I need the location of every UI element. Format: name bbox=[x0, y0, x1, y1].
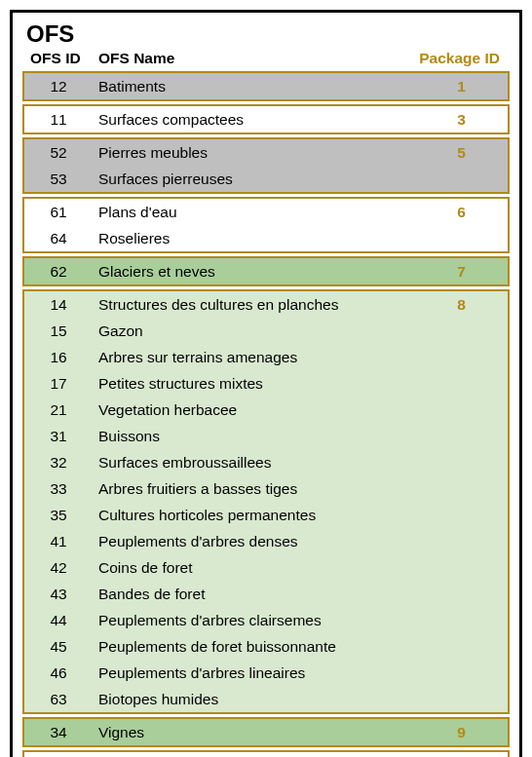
table-row: 62Glaciers et neves7 bbox=[24, 258, 508, 284]
cell-ofs-name: Surfaces pierreuses bbox=[93, 170, 415, 188]
cell-ofs-id: 16 bbox=[24, 349, 93, 366]
table-row: 45Peuplements de foret buissonnante bbox=[24, 633, 508, 660]
cell-ofs-name: Bandes de foret bbox=[93, 586, 415, 603]
cell-ofs-name: Arbres fruitiers a basses tiges bbox=[93, 480, 415, 498]
table-row: 33Arbres fruitiers a basses tiges bbox=[24, 475, 508, 502]
group: 13Serres11 bbox=[22, 750, 510, 757]
table-row: 52Pierres meubles5 bbox=[24, 139, 508, 166]
cell-ofs-name: Glaciers et neves bbox=[93, 263, 415, 281]
table-header: OFS ID OFS Name Package ID bbox=[22, 50, 510, 71]
table-title: OFS bbox=[26, 20, 510, 48]
cell-ofs-name: Plans d'eau bbox=[93, 204, 415, 221]
group: 62Glaciers et neves7 bbox=[22, 256, 510, 286]
table-row: 44Peuplements d'arbres clairsemes bbox=[24, 607, 508, 633]
table-row: 43Bandes de foret bbox=[24, 581, 508, 607]
cell-ofs-name: Gazon bbox=[93, 322, 415, 340]
cell-ofs-id: 21 bbox=[24, 401, 93, 419]
group: 52Pierres meubles553Surfaces pierreuses bbox=[22, 137, 510, 194]
table-row: 34Vignes9 bbox=[24, 719, 508, 745]
group: 12Batiments1 bbox=[22, 71, 510, 101]
cell-ofs-name: Vegetation herbacee bbox=[93, 401, 415, 419]
table-row: 61Plans d'eau6 bbox=[24, 199, 508, 225]
cell-ofs-name: Peuplements d'arbres lineaires bbox=[93, 664, 415, 682]
group: 61Plans d'eau664Roselieres bbox=[22, 197, 510, 253]
cell-ofs-name: Vignes bbox=[93, 724, 415, 741]
cell-ofs-id: 15 bbox=[24, 322, 93, 340]
ofs-table-frame: OFS OFS ID OFS Name Package ID 12Batimen… bbox=[10, 10, 522, 757]
table-row: 32Surfaces embroussaillees bbox=[24, 449, 508, 475]
cell-ofs-id: 17 bbox=[24, 375, 93, 393]
cell-package-id: 7 bbox=[415, 263, 508, 281]
table-body: 12Batiments111Surfaces compactees352Pier… bbox=[22, 71, 510, 757]
header-ofs-id: OFS ID bbox=[24, 50, 93, 67]
cell-ofs-id: 62 bbox=[24, 263, 93, 281]
cell-ofs-id: 34 bbox=[24, 724, 93, 741]
table-row: 17Petites structures mixtes bbox=[24, 370, 508, 397]
cell-ofs-id: 31 bbox=[24, 428, 93, 445]
cell-ofs-name: Peuplements d'arbres denses bbox=[93, 533, 415, 550]
header-package-id: Package ID bbox=[415, 50, 508, 67]
cell-ofs-id: 61 bbox=[24, 204, 93, 221]
cell-ofs-id: 41 bbox=[24, 533, 93, 550]
table-row: 41Peuplements d'arbres denses bbox=[24, 528, 508, 554]
group: 14Structures des cultures en planches815… bbox=[22, 289, 510, 714]
table-row: 14Structures des cultures en planches8 bbox=[24, 291, 508, 318]
cell-package-id: 5 bbox=[415, 144, 508, 162]
cell-ofs-id: 64 bbox=[24, 230, 93, 247]
cell-ofs-id: 53 bbox=[24, 170, 93, 188]
table-row: 53Surfaces pierreuses bbox=[24, 166, 508, 192]
cell-package-id: 1 bbox=[415, 78, 508, 95]
cell-ofs-name: Surfaces embroussaillees bbox=[93, 454, 415, 472]
cell-ofs-name: Roselieres bbox=[93, 230, 415, 247]
cell-ofs-name: Buissons bbox=[93, 428, 415, 445]
cell-ofs-id: 42 bbox=[24, 559, 93, 577]
table-row: 63Biotopes humides bbox=[24, 686, 508, 712]
cell-ofs-id: 52 bbox=[24, 144, 93, 162]
group: 34Vignes9 bbox=[22, 717, 510, 747]
cell-ofs-id: 46 bbox=[24, 664, 93, 682]
table-row: 12Batiments1 bbox=[24, 73, 508, 99]
cell-ofs-name: Surfaces compactees bbox=[93, 111, 415, 129]
table-row: 64Roselieres bbox=[24, 225, 508, 251]
cell-ofs-id: 63 bbox=[24, 691, 93, 708]
cell-ofs-name: Arbres sur terrains amenages bbox=[93, 349, 415, 366]
table-row: 42Coins de foret bbox=[24, 554, 508, 581]
table-row: 21Vegetation herbacee bbox=[24, 397, 508, 423]
table-row: 35Cultures horticoles permanentes bbox=[24, 502, 508, 528]
cell-ofs-id: 33 bbox=[24, 480, 93, 498]
cell-ofs-id: 35 bbox=[24, 507, 93, 524]
table-row: 46Peuplements d'arbres lineaires bbox=[24, 660, 508, 686]
cell-ofs-name: Structures des cultures en planches bbox=[93, 296, 415, 314]
cell-ofs-name: Peuplements d'arbres clairsemes bbox=[93, 612, 415, 629]
cell-ofs-name: Peuplements de foret buissonnante bbox=[93, 638, 415, 656]
cell-ofs-name: Pierres meubles bbox=[93, 144, 415, 162]
cell-ofs-id: 32 bbox=[24, 454, 93, 472]
cell-ofs-id: 11 bbox=[24, 111, 93, 129]
table-row: 13Serres11 bbox=[24, 752, 508, 757]
cell-ofs-id: 45 bbox=[24, 638, 93, 656]
cell-ofs-id: 44 bbox=[24, 612, 93, 629]
cell-ofs-id: 12 bbox=[24, 78, 93, 95]
table-row: 11Surfaces compactees3 bbox=[24, 106, 508, 132]
group: 11Surfaces compactees3 bbox=[22, 104, 510, 134]
cell-ofs-name: Biotopes humides bbox=[93, 691, 415, 708]
table-row: 15Gazon bbox=[24, 318, 508, 344]
table-row: 16Arbres sur terrains amenages bbox=[24, 344, 508, 370]
table-row: 31Buissons bbox=[24, 423, 508, 449]
cell-package-id: 3 bbox=[415, 111, 508, 129]
cell-ofs-id: 14 bbox=[24, 296, 93, 314]
cell-ofs-name: Petites structures mixtes bbox=[93, 375, 415, 393]
cell-ofs-name: Coins de foret bbox=[93, 559, 415, 577]
cell-package-id: 6 bbox=[415, 204, 508, 221]
cell-ofs-id: 43 bbox=[24, 586, 93, 603]
cell-package-id: 9 bbox=[415, 724, 508, 741]
cell-ofs-name: Batiments bbox=[93, 78, 415, 95]
cell-ofs-name: Cultures horticoles permanentes bbox=[93, 507, 415, 524]
cell-package-id: 8 bbox=[415, 296, 508, 314]
header-ofs-name: OFS Name bbox=[93, 50, 415, 67]
